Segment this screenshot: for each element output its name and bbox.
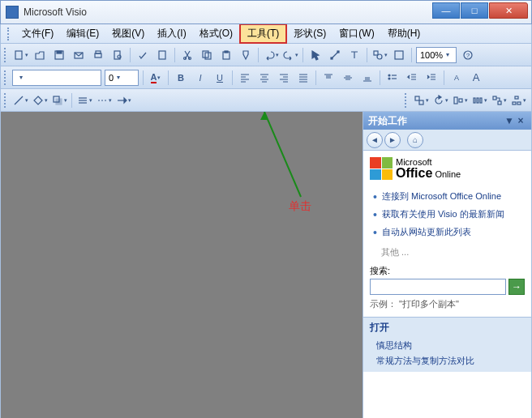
annotation-arrow	[1, 112, 358, 418]
distribute-button[interactable]	[470, 92, 488, 109]
shadow-button[interactable]	[50, 92, 68, 109]
fontsize-combo[interactable]: 0	[105, 70, 139, 86]
shapes-button[interactable]	[371, 46, 388, 64]
drawing-canvas[interactable]: 单击	[1, 112, 363, 418]
open-link-2[interactable]: 常规方法与复制方法对比	[370, 353, 525, 369]
office-logo-big: Office	[396, 166, 432, 180]
svg-rect-32	[480, 98, 482, 103]
link-other[interactable]: 其他 ...	[370, 246, 525, 258]
link-update[interactable]: 自动从网站更新此列表	[370, 224, 525, 241]
connector-tool-button[interactable]	[326, 46, 344, 64]
menu-file[interactable]: 文件(F)	[15, 25, 60, 42]
svg-point-23	[388, 78, 390, 79]
line-pattern-button[interactable]	[95, 92, 113, 109]
bullets-button[interactable]	[384, 69, 401, 87]
svg-rect-33	[493, 96, 496, 100]
menu-bar: 文件(F) 编辑(E) 视图(V) 插入(I) 格式(O) 工具(T) 形状(S…	[0, 24, 532, 44]
toolbar-handle[interactable]	[4, 48, 7, 62]
toolbar-handle[interactable]	[405, 93, 408, 108]
menu-shape[interactable]: 形状(S)	[287, 25, 332, 42]
menu-insert[interactable]: 插入(I)	[151, 25, 192, 42]
align-middle-button[interactable]	[339, 69, 357, 87]
line-weight-button[interactable]	[75, 92, 93, 109]
menu-format[interactable]: 格式(O)	[193, 25, 239, 42]
paste-button[interactable]	[217, 46, 235, 64]
menu-edit[interactable]: 编辑(E)	[60, 25, 105, 42]
taskpane-close-icon[interactable]: ×	[515, 115, 526, 126]
menu-tools[interactable]: 工具(T)	[239, 23, 287, 44]
spellcheck-button[interactable]	[134, 46, 152, 64]
menu-view[interactable]: 视图(V)	[105, 25, 151, 42]
menubar-handle[interactable]	[7, 28, 11, 41]
maximize-button[interactable]: □	[461, 2, 488, 19]
increase-indent-button[interactable]	[423, 69, 440, 87]
svg-rect-30	[474, 98, 475, 103]
research-button[interactable]	[153, 46, 171, 64]
svg-rect-17	[374, 51, 378, 55]
stencil-button[interactable]	[390, 46, 408, 64]
cut-button[interactable]	[178, 46, 196, 64]
svg-rect-19	[395, 51, 403, 59]
nav-home-button[interactable]: ⌂	[407, 132, 423, 148]
minimize-button[interactable]: —	[432, 2, 460, 19]
redo-button[interactable]	[281, 46, 299, 64]
open-link-1[interactable]: 慎思结构	[370, 338, 525, 353]
text-tool-button[interactable]	[345, 46, 363, 64]
preview-button[interactable]	[109, 46, 127, 64]
layout-button[interactable]	[509, 92, 527, 109]
svg-rect-26	[415, 96, 419, 100]
mail-button[interactable]	[70, 46, 88, 64]
toolbar-standard: 100% ?	[0, 44, 532, 66]
toolbar-handle[interactable]	[4, 93, 7, 108]
close-button[interactable]: ✕	[489, 2, 528, 19]
align-center-button[interactable]	[255, 69, 273, 87]
format-painter-button[interactable]	[237, 46, 255, 64]
menu-window[interactable]: 窗口(W)	[332, 25, 380, 42]
increase-font-button[interactable]: A	[467, 69, 485, 87]
bold-button[interactable]: B	[172, 69, 190, 87]
underline-button[interactable]: U	[211, 69, 229, 87]
italic-button[interactable]: I	[191, 69, 209, 87]
search-go-button[interactable]: →	[508, 279, 525, 295]
svg-rect-36	[513, 102, 516, 104]
align-left-button[interactable]	[236, 69, 254, 87]
line-ends-button[interactable]	[114, 92, 132, 109]
align-justify-button[interactable]	[294, 69, 312, 87]
print-button[interactable]	[89, 46, 107, 64]
font-combo[interactable]	[12, 70, 101, 86]
pointer-tool-button[interactable]	[307, 46, 324, 64]
align-top-button[interactable]	[320, 69, 337, 87]
nav-back-button[interactable]: ◄	[367, 132, 383, 148]
decrease-font-button[interactable]: A	[448, 69, 466, 87]
help-button[interactable]: ?	[459, 46, 477, 64]
taskpane-dropdown-icon[interactable]: ▼	[504, 115, 515, 126]
save-button[interactable]	[50, 46, 68, 64]
nav-forward-button[interactable]: ►	[384, 132, 401, 148]
rotate-button[interactable]	[431, 92, 449, 109]
new-button[interactable]	[11, 46, 29, 64]
open-button[interactable]	[31, 46, 49, 64]
search-label: 搜索:	[370, 265, 525, 277]
font-color-button[interactable]: A	[147, 69, 165, 87]
link-news[interactable]: 获取有关使用 Visio 的最新新闻	[370, 206, 525, 224]
zoom-combo[interactable]: 100%	[416, 47, 457, 63]
toolbar-drawing	[0, 89, 532, 112]
svg-rect-31	[477, 98, 478, 103]
menu-help[interactable]: 帮助(H)	[381, 25, 427, 42]
undo-button[interactable]	[262, 46, 280, 64]
align-right-button[interactable]	[275, 69, 293, 87]
align-bottom-button[interactable]	[358, 69, 376, 87]
line-color-button[interactable]	[11, 92, 29, 109]
link-connect[interactable]: 连接到 Microsoft Office Online	[370, 188, 525, 206]
group-button[interactable]	[412, 92, 430, 109]
align-shapes-button[interactable]	[451, 92, 469, 109]
connect-shapes-button[interactable]	[490, 92, 508, 109]
taskpane-nav: ◄ ► ⌂	[363, 130, 531, 151]
copy-button[interactable]	[198, 46, 216, 64]
toolbar-handle[interactable]	[4, 70, 7, 85]
decrease-indent-button[interactable]	[403, 69, 421, 87]
search-input[interactable]	[370, 279, 506, 295]
annotation-text: 单击	[289, 199, 311, 214]
fill-color-button[interactable]	[31, 92, 49, 109]
svg-rect-0	[15, 51, 22, 59]
